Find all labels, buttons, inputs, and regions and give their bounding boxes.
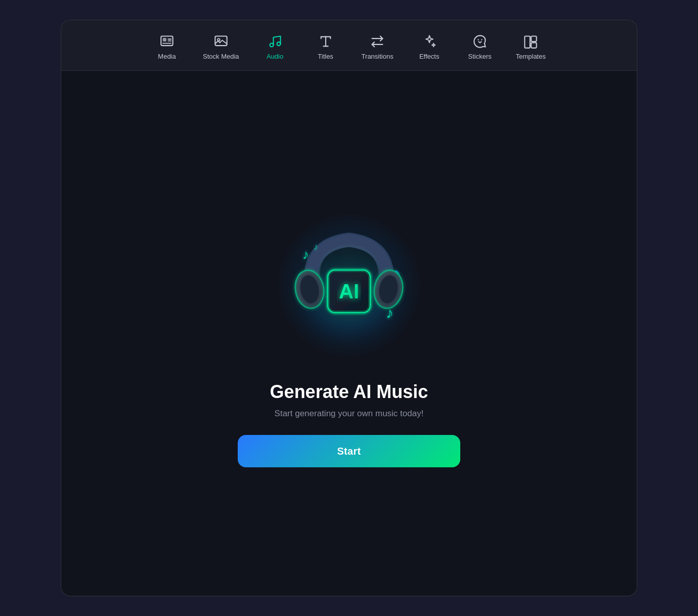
toolbar-item-stickers[interactable]: Stickers: [457, 28, 503, 65]
svg-rect-1: [163, 38, 166, 41]
svg-text:AI: AI: [339, 280, 359, 302]
toolbar-label-effects: Effects: [419, 53, 440, 60]
toolbar-item-templates[interactable]: Templates: [508, 28, 554, 65]
toolbar-item-effects[interactable]: Effects: [407, 28, 452, 65]
effects-icon: [421, 33, 438, 50]
ai-illustration: AI ♪ ♪ ♪: [263, 199, 435, 371]
media-icon: [159, 33, 175, 50]
toolbar-label-transitions: Transitions: [362, 53, 394, 60]
svg-point-12: [481, 39, 482, 40]
titles-icon: [318, 33, 334, 50]
svg-point-8: [277, 42, 280, 46]
toolbar-item-media[interactable]: Media: [144, 28, 190, 65]
transitions-icon: [369, 33, 385, 50]
toolbar-label-audio: Audio: [267, 53, 283, 60]
toolbar-item-transitions[interactable]: Transitions: [354, 28, 402, 65]
toolbar-label-media: Media: [158, 53, 176, 60]
svg-rect-13: [525, 36, 531, 48]
audio-icon: [267, 33, 283, 50]
toolbar-item-titles[interactable]: Titles: [303, 28, 348, 65]
toolbar-label-titles: Titles: [318, 53, 333, 60]
toolbar: Media Stock Media Audio: [61, 20, 637, 71]
start-button[interactable]: Start: [238, 435, 460, 467]
toolbar-label-templates: Templates: [516, 53, 546, 60]
main-content: AI ♪ ♪ ♪ Generate AI Music Start ge: [61, 71, 637, 596]
svg-point-7: [270, 43, 273, 47]
stickers-icon: [472, 33, 488, 50]
svg-rect-15: [531, 42, 537, 48]
toolbar-label-stock-media: Stock Media: [203, 53, 239, 60]
toolbar-item-stock-media[interactable]: Stock Media: [195, 28, 247, 65]
svg-point-11: [477, 39, 478, 40]
svg-rect-14: [531, 36, 537, 42]
app-window: Media Stock Media Audio: [61, 20, 637, 596]
toolbar-item-audio[interactable]: Audio: [252, 28, 298, 65]
svg-text:♪: ♪: [314, 242, 318, 252]
svg-text:♪: ♪: [302, 247, 309, 262]
svg-text:♪: ♪: [386, 304, 394, 321]
headphones-svg: AI ♪ ♪ ♪: [268, 204, 430, 366]
templates-icon: [522, 33, 539, 50]
stock-media-icon: [213, 33, 229, 50]
main-subtitle: Start generating your own music today!: [275, 409, 424, 419]
toolbar-label-stickers: Stickers: [468, 53, 492, 60]
main-title: Generate AI Music: [270, 381, 428, 403]
